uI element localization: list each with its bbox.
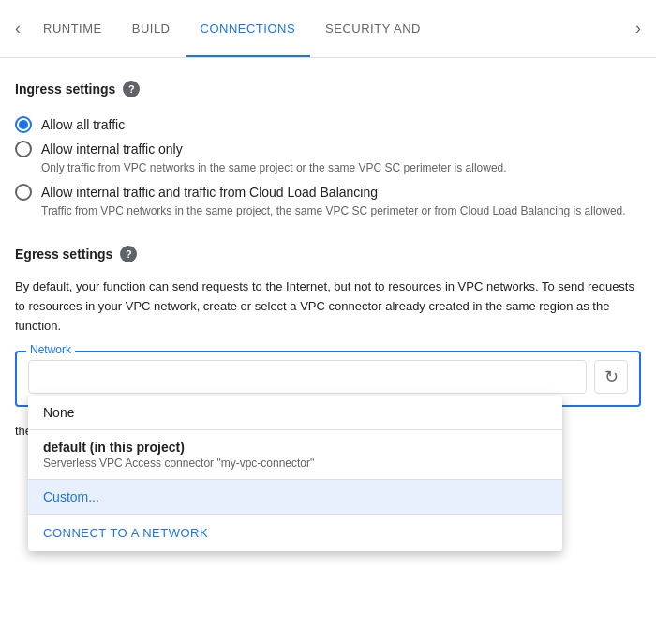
tab-bar: ‹ RUNTIME BUILD CONNECTIONS SECURITY AND…: [0, 0, 656, 58]
radio-internal-only[interactable]: [15, 141, 32, 157]
radio-all-traffic[interactable]: [15, 116, 32, 133]
ingress-option-internal-lb: Allow internal traffic and traffic from …: [15, 180, 641, 223]
dropdown-none-label: None: [43, 405, 74, 420]
radio-internal-lb-label: Allow internal traffic and traffic from …: [41, 185, 378, 200]
egress-help-icon[interactable]: ?: [120, 246, 137, 262]
network-fieldset: Network None default (in this project) S…: [15, 351, 641, 407]
radio-internal-only-desc: Only traffic from VPC networks in the sa…: [41, 159, 641, 176]
tab-next-button[interactable]: ›: [628, 11, 649, 46]
refresh-icon: ↻: [604, 367, 619, 387]
network-display-value[interactable]: [28, 360, 587, 394]
dropdown-connect-link[interactable]: CONNECT TO A NETWORK: [28, 515, 562, 551]
egress-description: By default, your function can send reque…: [15, 277, 641, 336]
tab-security-and[interactable]: SECURITY AND: [310, 0, 436, 57]
radio-internal-lb[interactable]: [15, 184, 32, 201]
tab-build[interactable]: BUILD: [117, 0, 186, 57]
radio-internal-only-label: Allow internal traffic only: [41, 142, 183, 157]
network-row: None default (in this project) Serverles…: [28, 360, 628, 394]
network-legend: Network: [26, 343, 75, 356]
egress-section: Egress settings ? By default, your funct…: [15, 246, 641, 336]
dropdown-default-title: default (in this project): [43, 440, 547, 455]
radio-internal-lb-desc: Traffic from VPC networks in the same pr…: [41, 202, 641, 219]
chevron-right-icon: ›: [635, 19, 641, 38]
ingress-option-internal-only-row[interactable]: Allow internal traffic only: [15, 141, 641, 157]
ingress-heading: Ingress settings ?: [15, 81, 641, 97]
ingress-option-all-traffic: Allow all traffic: [15, 112, 641, 137]
ingress-option-all-traffic-row[interactable]: Allow all traffic: [15, 116, 641, 133]
tab-prev-button[interactable]: ‹: [7, 11, 28, 46]
radio-all-traffic-label: Allow all traffic: [41, 117, 125, 132]
ingress-title: Ingress settings: [15, 82, 115, 97]
egress-title: Egress settings: [15, 247, 112, 262]
dropdown-default-desc: Serverless VPC Access connector "my-vpc-…: [43, 457, 547, 470]
main-content: Ingress settings ? Allow all traffic All…: [0, 58, 656, 457]
dropdown-item-none[interactable]: None: [28, 396, 562, 429]
network-dropdown: None default (in this project) Serverles…: [28, 396, 562, 551]
tab-runtime[interactable]: RUNTIME: [28, 0, 117, 57]
ingress-help-icon[interactable]: ?: [123, 81, 140, 97]
refresh-button[interactable]: ↻: [594, 360, 628, 394]
dropdown-item-default[interactable]: default (in this project) Serverless VPC…: [28, 430, 562, 479]
tab-connections[interactable]: CONNECTIONS: [186, 0, 311, 57]
ingress-option-internal-lb-row[interactable]: Allow internal traffic and traffic from …: [15, 184, 641, 201]
dropdown-custom-label: Custom...: [43, 489, 99, 504]
dropdown-item-custom[interactable]: Custom...: [28, 480, 562, 514]
dropdown-connect-link-label: CONNECT TO A NETWORK: [43, 526, 208, 540]
ingress-option-internal-only: Allow internal traffic only Only traffic…: [15, 137, 641, 180]
network-select-area: None default (in this project) Serverles…: [28, 360, 587, 394]
egress-heading: Egress settings ?: [15, 246, 641, 262]
ingress-radio-group: Allow all traffic Allow internal traffic…: [15, 112, 641, 223]
chevron-left-icon: ‹: [15, 19, 21, 38]
